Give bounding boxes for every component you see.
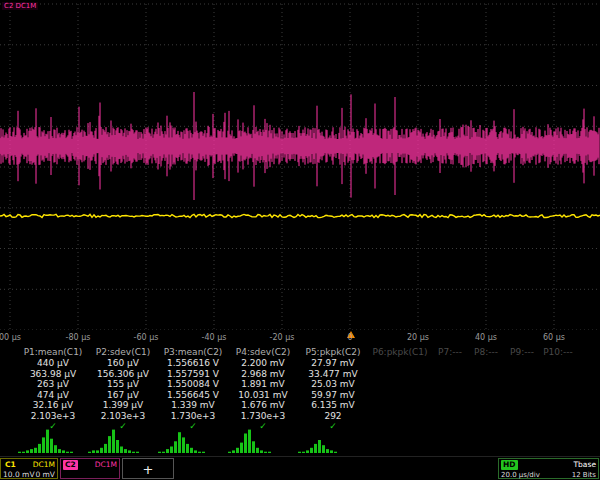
c1-channel-descriptor[interactable]: C1 DC1M 10.0 mV 0 mV: [0, 458, 58, 479]
measure-header-cell[interactable]: P7:---: [432, 347, 468, 358]
measure-value-cell: 1.557591 V: [158, 369, 228, 380]
measure-value-cell: 1.676 mV: [228, 400, 298, 411]
histicon-bar: [38, 444, 41, 453]
time-label: -40 µs: [202, 333, 227, 342]
histicon-bar: [170, 447, 173, 454]
measure-value-cell: 33.477 mV: [298, 369, 368, 380]
histicon-bar: [22, 452, 25, 453]
histicon-bar: [116, 440, 119, 453]
histicon-bar: [128, 450, 131, 453]
measure-value-cell: 2.200 mV: [228, 358, 298, 369]
measure-header-cell[interactable]: P10:---: [540, 347, 576, 358]
histicon-bar: [202, 452, 205, 453]
histicon-bar: [50, 439, 53, 453]
c1-volts-per-div: 10.0 mV: [3, 470, 35, 480]
histicon-bar: [58, 449, 61, 453]
tbase-bits: 12 Bits: [572, 470, 596, 480]
graticule: [0, 0, 600, 330]
histicon-bar: [178, 432, 181, 453]
histicon-bar: [136, 452, 139, 453]
histicon-bar: [186, 444, 189, 453]
measure-value-cell: 363.98 µV: [18, 369, 88, 380]
measure-header-cell[interactable]: P1:mean(C1): [18, 347, 88, 358]
measure-value-cell: 1.891 mV: [228, 379, 298, 390]
histicon-bar: [310, 448, 313, 453]
cursor-readout-box[interactable]: +: [122, 458, 174, 479]
measure-header-cell[interactable]: P5:pkpk(C2): [298, 347, 368, 358]
measurement-header-row: P1:mean(C1)P2:sdev(C1)P3:mean(C2)P4:sdev…: [0, 347, 600, 358]
histicon[interactable]: [158, 427, 222, 453]
measure-value-cell: 1.730e+3: [158, 411, 228, 422]
measure-value-cell: 160 µV: [88, 358, 158, 369]
histicon-bar: [318, 440, 321, 453]
histicon-bar: [42, 437, 45, 453]
time-label: 40 µs: [475, 333, 497, 342]
histicon-bar: [334, 452, 337, 453]
histicon-strip: [0, 425, 600, 454]
histicon-bar: [268, 452, 271, 453]
c1-coupling: DC1M: [33, 460, 55, 470]
histicon-bar: [228, 452, 231, 453]
histicon-bar: [34, 448, 37, 453]
measure-header-cell[interactable]: P4:sdev(C2): [228, 347, 298, 358]
time-label: 00 µs: [0, 333, 21, 342]
measure-value-cell: 1.550084 V: [158, 379, 228, 390]
histicon-bar: [162, 452, 165, 453]
histicon-bar: [46, 430, 49, 453]
histicon[interactable]: [18, 427, 82, 453]
histicon-bar: [264, 452, 267, 453]
measure-value-cell: 1.339 mV: [158, 400, 228, 411]
measure-value-cell: 1.556645 V: [158, 390, 228, 401]
histicon-bar: [240, 443, 243, 453]
c2-channel-descriptor[interactable]: C2 DC1M: [60, 458, 120, 479]
measure-value-cell: 2.103e+3: [18, 411, 88, 422]
measure-header-cell[interactable]: P3:mean(C2): [158, 347, 228, 358]
bottom-bar: C1 DC1M 10.0 mV 0 mV C2 DC1M + HD Tbase: [0, 456, 600, 480]
histicon-bar: [70, 452, 73, 453]
measure-header-cell[interactable]: P9:---: [504, 347, 540, 358]
time-label: -80 µs: [66, 333, 91, 342]
histicon-bar: [190, 448, 193, 453]
histicon-bar: [236, 448, 239, 453]
measure-row: 363.98 µV156.306 µV1.557591 V2.968 mV33.…: [0, 369, 600, 380]
measure-value-cell: 27.97 mV: [298, 358, 368, 369]
c2-label: C2: [63, 460, 78, 470]
histicon-bar: [182, 437, 185, 453]
waveform-display[interactable]: C2 DC1M 00 µs-80 µs-60 µs-40 µs-20 µs020…: [0, 0, 600, 346]
measure-value-cell: 10.031 mV: [228, 390, 298, 401]
tbase-label: Tbase: [574, 460, 596, 470]
measure-header-cell[interactable]: P8:---: [468, 347, 504, 358]
measure-header-cell[interactable]: P2:sdev(C1): [88, 347, 158, 358]
histicon[interactable]: [88, 427, 152, 453]
tbase-scale: 20.0 µs/div: [501, 470, 540, 480]
measure-value-cell: 2.968 mV: [228, 369, 298, 380]
time-axis: 00 µs-80 µs-60 µs-40 µs-20 µs020 µs40 µs…: [0, 330, 600, 346]
measure-row: 263 µV155 µV1.550084 V1.891 mV25.03 mV: [0, 379, 600, 390]
histicon-bar: [166, 449, 169, 453]
histicon-bar: [330, 450, 333, 453]
measurement-table: P1:mean(C1)P2:sdev(C1)P3:mean(C2)P4:sdev…: [0, 347, 600, 432]
histicon-bar: [252, 441, 255, 453]
histicon-bar: [302, 452, 305, 453]
measure-header-cell[interactable]: P6:pkpk(C1): [368, 347, 432, 358]
histicon-bar: [322, 445, 325, 453]
measure-value-cell: 155 µV: [88, 379, 158, 390]
histicon-bar: [132, 452, 135, 453]
c1-offset: 0 mV: [35, 470, 55, 480]
histicon-bar: [112, 430, 115, 453]
histicon-bar: [18, 452, 21, 453]
histicon-bar: [62, 450, 65, 453]
histicon-bar: [96, 450, 99, 453]
measure-value-cell: 2.103e+3: [88, 411, 158, 422]
c2-waveform: [0, 92, 599, 200]
measure-row: 440 µV160 µV1.556616 V2.200 mV27.97 mV: [0, 358, 600, 369]
time-label: 60 µs: [543, 333, 565, 342]
histicon[interactable]: [298, 427, 362, 453]
histicon-bar: [248, 430, 251, 453]
timebase-descriptor[interactable]: HD Tbase 20.0 µs/div 12 Bits: [498, 458, 599, 479]
histicon[interactable]: [228, 427, 292, 453]
trace-label-c2: C2 DC1M: [2, 2, 38, 10]
histicon-bar: [198, 452, 201, 453]
measure-value-cell: 474 µV: [18, 390, 88, 401]
measure-value-cell: 440 µV: [18, 358, 88, 369]
